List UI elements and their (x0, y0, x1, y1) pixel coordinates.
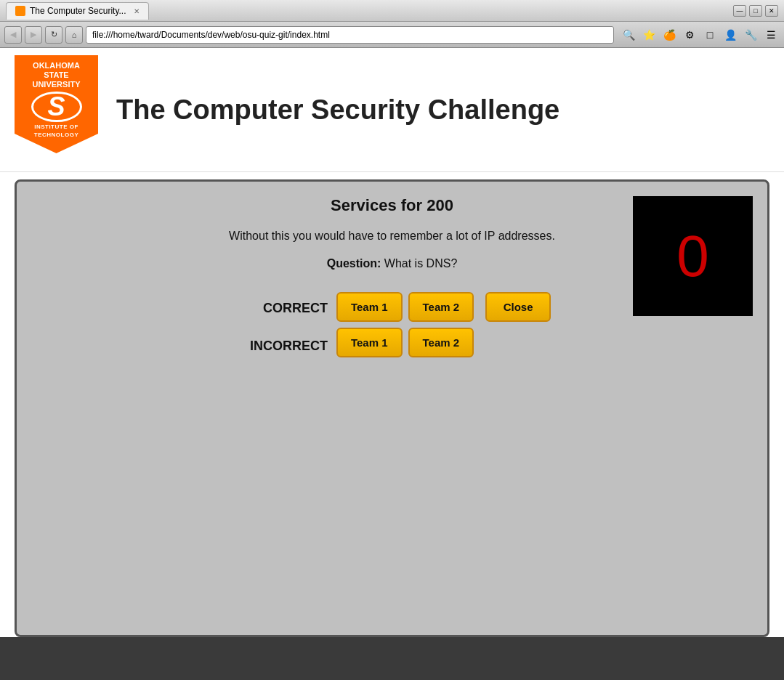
correct-label: CORRECT (233, 301, 328, 316)
search-icon[interactable]: 🔍 (620, 26, 637, 44)
reload-button[interactable]: ↻ (45, 26, 62, 44)
team2-column: Team 2 Team 2 (408, 292, 474, 357)
logo-letter: S (47, 94, 65, 120)
browser-toolbar: ◀ ▶ ↻ ⌂ file:///home/tward/Documents/dev… (0, 22, 784, 48)
tab-title: The Computer Security... (30, 6, 126, 16)
correct-team1-button[interactable]: Team 1 (336, 292, 403, 322)
user-icon[interactable]: 👤 (722, 26, 739, 44)
logo-top-text: OKLAHOMA STATE UNIVERSITY (32, 61, 80, 90)
question-answer: What is DNS? (384, 257, 457, 270)
incorrect-label: INCORRECT (233, 339, 328, 354)
buttons-and-close: Team 1 Team 1 Team 2 Team 2 Close (336, 292, 551, 357)
question-label: Question: (327, 257, 381, 270)
team1-column: Team 1 Team 1 (336, 292, 403, 357)
page-content: OKLAHOMA STATE UNIVERSITY S INSTITUTE OF… (0, 48, 784, 637)
logo-circle: S (31, 92, 82, 123)
forward-button[interactable]: ▶ (25, 26, 42, 44)
tab-close-button[interactable]: ✕ (134, 7, 140, 15)
window-controls: — □ ✕ (733, 5, 778, 17)
back-button[interactable]: ◀ (4, 26, 22, 44)
close-button[interactable]: ✕ (765, 5, 778, 17)
correct-team2-button[interactable]: Team 2 (408, 292, 474, 322)
address-bar[interactable]: file:///home/tward/Documents/dev/web/osu… (86, 26, 614, 44)
quiz-container: 0 Services for 200 Without this you woul… (15, 179, 769, 637)
toolbar-icons: 🔍 ⭐ 🍊 ⚙ □ 👤 🔧 ☰ (620, 26, 780, 44)
maximize-button[interactable]: □ (749, 5, 762, 17)
page-header: OKLAHOMA STATE UNIVERSITY S INSTITUTE OF… (0, 48, 784, 172)
osu-logo: OKLAHOMA STATE UNIVERSITY S INSTITUTE OF… (15, 55, 98, 161)
browser-titlebar: The Computer Security... ✕ — □ ✕ (0, 0, 784, 22)
incorrect-team2-button[interactable]: Team 2 (408, 328, 474, 357)
screen-icon[interactable]: □ (701, 26, 719, 44)
tab-favicon (15, 6, 25, 16)
close-button[interactable]: Close (485, 292, 551, 322)
logo-shield: OKLAHOMA STATE UNIVERSITY S INSTITUTE OF… (15, 55, 98, 153)
bookmark-icon[interactable]: ⭐ (640, 26, 658, 44)
page-title: The Computer Security Challenge (116, 94, 559, 126)
labels-column: CORRECT INCORRECT (233, 292, 328, 362)
incorrect-team1-button[interactable]: Team 1 (336, 328, 403, 357)
score-value: 0 (676, 223, 709, 290)
menu-icon[interactable]: ☰ (762, 26, 780, 44)
score-display: 0 (633, 196, 753, 316)
settings-icon[interactable]: ⚙ (681, 26, 698, 44)
browser-tab[interactable]: The Computer Security... ✕ (6, 2, 149, 20)
fruit-icon[interactable]: 🍊 (660, 26, 678, 44)
home-button[interactable]: ⌂ (65, 26, 83, 44)
url-text: file:///home/tward/Documents/dev/web/osu… (92, 30, 330, 40)
logo-container: OKLAHOMA STATE UNIVERSITY S INSTITUTE OF… (15, 55, 102, 164)
minimize-button[interactable]: — (733, 5, 746, 17)
addon-icon[interactable]: 🔧 (742, 26, 759, 44)
logo-bottom-text: INSTITUTE OF TECHNOLOGY (34, 124, 78, 139)
